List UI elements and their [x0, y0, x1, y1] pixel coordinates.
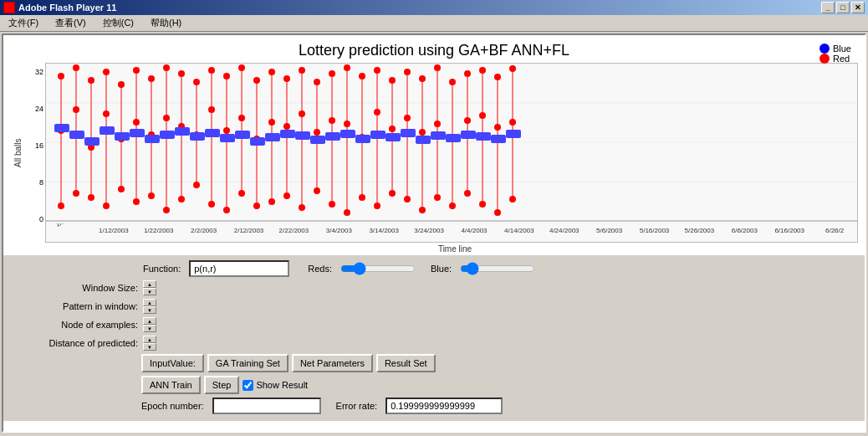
- blue-slider[interactable]: [460, 263, 535, 274]
- svg-point-102: [344, 121, 350, 127]
- svg-point-28: [118, 186, 125, 192]
- pattern-down[interactable]: ▼: [143, 306, 156, 314]
- distance-up[interactable]: ▲: [143, 336, 156, 343]
- svg-point-131: [434, 64, 441, 71]
- ga-training-button[interactable]: GA Training Set: [207, 354, 288, 372]
- x-tick-1: 1/2/2003: [46, 223, 93, 240]
- svg-rect-34: [130, 129, 145, 137]
- svg-point-18: [88, 194, 94, 201]
- svg-rect-44: [160, 131, 175, 139]
- node-up[interactable]: ▲: [143, 317, 156, 325]
- red-series: [54, 64, 521, 216]
- svg-point-57: [208, 106, 215, 113]
- title-bar: Adobe Flash Player 11 _ □ ✕: [0, 0, 868, 15]
- svg-rect-89: [295, 131, 310, 140]
- step-button[interactable]: Step: [204, 376, 240, 394]
- menu-view[interactable]: 查看(V): [50, 15, 91, 31]
- svg-rect-129: [416, 136, 431, 144]
- svg-rect-139: [446, 134, 461, 142]
- window-size-down[interactable]: ▼: [143, 288, 156, 295]
- chart-legend: Blue Red: [819, 44, 851, 64]
- svg-rect-114: [370, 131, 385, 139]
- minimize-button[interactable]: _: [821, 2, 835, 13]
- svg-point-61: [223, 73, 230, 80]
- svg-point-123: [404, 196, 411, 203]
- x-axis-ticks: 1/2/2003 1/12/2003 1/22/2003 2/2/2003 2/…: [46, 223, 857, 242]
- window-size-row: Window Size: ▲ ▼: [17, 280, 851, 295]
- app-icon: [3, 2, 15, 13]
- svg-rect-94: [310, 136, 325, 144]
- menu-help[interactable]: 帮助(H): [146, 15, 186, 31]
- svg-point-147: [479, 112, 486, 119]
- svg-point-98: [329, 201, 335, 208]
- svg-rect-29: [115, 132, 130, 141]
- restore-button[interactable]: □: [836, 2, 850, 13]
- function-input[interactable]: [189, 260, 289, 277]
- epoch-row: Epoch number: Error rate:: [141, 398, 851, 414]
- svg-point-41: [163, 64, 170, 71]
- distance-down[interactable]: ▼: [143, 343, 156, 351]
- svg-rect-39: [145, 135, 160, 143]
- svg-rect-64: [220, 134, 235, 142]
- x-tick-13: 5/6/2003: [587, 227, 632, 242]
- svg-point-26: [118, 81, 125, 88]
- y-tick-8: 8: [25, 178, 43, 187]
- net-params-button[interactable]: Net Parameters: [292, 354, 373, 372]
- x-tick-18: 6/26/2: [812, 227, 857, 242]
- error-input[interactable]: [385, 398, 503, 414]
- menu-control[interactable]: 控制(C): [98, 15, 139, 31]
- distance-spinner: ▲ ▼: [143, 336, 156, 351]
- pattern-label: Pattern in window:: [17, 301, 138, 311]
- svg-point-11: [73, 64, 79, 71]
- svg-rect-154: [491, 135, 506, 143]
- show-result-label: Show Result: [243, 376, 308, 394]
- svg-point-93: [314, 187, 320, 194]
- svg-point-71: [253, 77, 260, 84]
- svg-point-78: [268, 198, 275, 205]
- svg-rect-159: [506, 130, 521, 138]
- svg-rect-104: [340, 130, 355, 138]
- svg-rect-59: [205, 129, 220, 137]
- reds-slider[interactable]: [340, 263, 416, 274]
- x-tick-15: 5/26/2003: [677, 227, 722, 242]
- pattern-up[interactable]: ▲: [143, 299, 156, 306]
- svg-point-152: [494, 124, 501, 131]
- window-size-up[interactable]: ▲: [143, 280, 156, 288]
- svg-point-16: [88, 77, 94, 84]
- x-tick-3: 1/22/2003: [136, 227, 181, 242]
- svg-rect-144: [461, 131, 476, 139]
- svg-rect-134: [431, 131, 446, 140]
- pattern-row: Pattern in window: ▲ ▼: [17, 299, 851, 314]
- svg-point-157: [509, 119, 516, 126]
- y-axis-ticks: 32 24 16 8 0: [25, 66, 45, 225]
- x-tick-14: 5/16/2003: [632, 227, 677, 242]
- input-value-button[interactable]: InputValue:: [141, 354, 204, 372]
- svg-point-36: [148, 75, 155, 82]
- svg-point-103: [344, 209, 350, 216]
- svg-point-51: [193, 79, 200, 85]
- svg-point-136: [449, 79, 456, 85]
- close-button[interactable]: ✕: [851, 2, 865, 13]
- show-result-text: Show Result: [256, 380, 308, 390]
- result-set-button[interactable]: Result Set: [376, 354, 436, 372]
- epoch-input[interactable]: [212, 398, 321, 414]
- buttons-row-2: ANN Train Step Show Result: [141, 376, 851, 394]
- svg-point-101: [344, 64, 350, 71]
- show-result-checkbox[interactable]: [243, 380, 253, 391]
- menu-file[interactable]: 文件(F): [3, 15, 43, 31]
- svg-point-22: [103, 110, 110, 117]
- chart-area: 1/2/2003 1/12/2003 1/22/2003 2/2/2003 2/…: [45, 63, 858, 243]
- ann-train-button[interactable]: ANN Train: [141, 376, 201, 394]
- svg-point-126: [419, 75, 426, 82]
- node-down[interactable]: ▼: [143, 325, 156, 332]
- svg-rect-149: [476, 132, 491, 141]
- svg-point-82: [283, 123, 290, 130]
- svg-point-13: [73, 106, 79, 113]
- controls-panel: Function: Reds: Blue: Window Size: ▲ ▼ P…: [3, 255, 865, 421]
- window-controls: _ □ ✕: [821, 2, 865, 13]
- svg-point-132: [434, 121, 441, 127]
- x-tick-16: 6/6/2003: [722, 227, 767, 242]
- legend-blue: Blue: [819, 44, 851, 54]
- svg-point-116: [389, 77, 396, 84]
- x-tick-17: 6/16/2003: [767, 227, 812, 242]
